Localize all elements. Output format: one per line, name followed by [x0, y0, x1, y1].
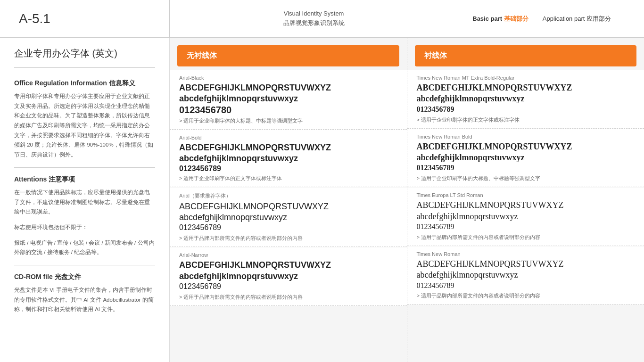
font-demo-times-europa-lower: abcdefghijklmnopqrstuvwxyz — [417, 211, 635, 222]
font-demo-times-bold-upper: ABCDEFGHIJKLMNOPQRSTUVWXYZ — [417, 141, 635, 152]
sidebar: 企业专用办公字体 (英文) Office Regulation Informat… — [0, 38, 170, 362]
font-name-times-extrabold: Times New Roman MT Extra Bold-Regular — [417, 75, 635, 81]
section3-body: 光盘文件是本 VI 手册电子文件的集合，内含手册制作时的专用软件格式文件。其中 … — [14, 285, 155, 314]
section3-heading: CD-ROM file 光盘文件 — [14, 273, 155, 281]
nav-center-bottom: 品牌视觉形象识别系统 — [283, 19, 345, 27]
section1-body: 专用印刷字体和专用办公字体主要应用于企业文献的正文及实务用品。所选定的字体用以实… — [14, 91, 155, 160]
font-name-arial-regular: Arial（要求推荐字体） — [179, 192, 397, 199]
font-demo-times-bold-lower: abcdefghijklmnopqrstuvwxyz — [417, 152, 635, 163]
font-name-times-regular: Times New Roman — [417, 251, 635, 257]
font-demo-arial-bold-nums: 0123456789 — [179, 165, 397, 173]
font-demo-times-extrabold-nums: 0123456789 — [417, 105, 635, 115]
font-demo-times-regular-upper: ABCDEFGHIJKLMNOPQRSTUVWXYZ — [417, 259, 635, 270]
font-demo-arial-black-upper: ABCDEFGHIJKLMNOPQRSTUVWXYZ — [179, 82, 397, 93]
sans-serif-column: 无衬线体 Arial-Black ABCDEFGHIJKLMNOPQRSTUVW… — [170, 38, 407, 362]
section2-body3: 报纸 / 电视广告 / 宣传 / 包装 / 会议 / 新闻发布会 / 公司内外部… — [14, 238, 155, 257]
font-desc-arial-black: 适用于企业印刷字体的大标题、中标题等强调型文字 — [179, 117, 397, 124]
section2-body2: 标志使用环境包括但不限于： — [14, 222, 155, 232]
font-demo-arial-regular-upper: ABCDEFGHIJKLMNOPQRSTUVWXYZ — [179, 201, 397, 212]
section2-heading: Attentions 注意事项 — [14, 175, 155, 184]
font-desc-times-extrabold: 适用于企业印刷字体的正文字体或标注字体 — [417, 116, 635, 123]
page-number: A-5.1 — [19, 11, 50, 26]
font-name-arial-narrow: Arial-Narrow — [179, 252, 397, 258]
font-section-arial-bold: Arial-Bold ABCDEFGHIJKLMNOPQRSTUVWXYZ ab… — [170, 130, 407, 187]
font-demo-arial-bold-lower: abcdefghijklmnopqrstuvwxyz — [179, 153, 397, 164]
font-demo-times-bold-nums: 0123456789 — [417, 163, 635, 173]
nav-application[interactable]: Application part 应用部分 — [543, 15, 611, 23]
font-demo-times-regular-lower: abcdefghijklmnopqrstuvwxyz — [417, 270, 635, 280]
font-demo-arial-black-lower: abcdefghijklmnopqrstuvwxyz — [179, 93, 397, 104]
font-section-times-bold: Times New Roman Bold ABCDEFGHIJKLMNOPQRS… — [407, 129, 644, 188]
font-section-arial-narrow: Arial-Narrow ABCDEFGHIJKLMNOPQRSTUVWXYZ … — [170, 247, 407, 306]
font-section-times-extrabold: Times New Roman MT Extra Bold-Regular AB… — [407, 70, 644, 129]
font-desc-arial-regular: 适用于品牌内部所需文件的内容或者说明部分的内容 — [179, 235, 397, 242]
font-demo-arial-bold-upper: ABCDEFGHIJKLMNOPQRSTUVWXYZ — [179, 142, 397, 153]
header-left: A-5.1 — [19, 0, 170, 37]
serif-header: 衬线体 — [415, 45, 637, 66]
section2-body1: 在一般情况下使用品牌标志，应尽量使用提供的光盘电子文件，不建议使用标准制图绘制标… — [14, 188, 155, 217]
font-demo-times-extrabold-upper: ABCDEFGHIJKLMNOPQRSTUVWXYZ — [417, 82, 635, 93]
nav-center-top: Visual Identity System — [284, 10, 344, 17]
font-demo-arial-regular-lower: abcdefghijklmnopqrstuvwxyz — [179, 212, 397, 223]
font-demo-times-europa-upper: ABCDEFGHIJKLMNOPQRSTUVWXYZ — [417, 200, 635, 211]
font-demo-times-europa-nums: 0123456789 — [417, 222, 635, 232]
sidebar-divider2 — [14, 265, 155, 265]
font-demo-arial-regular-nums: 0123456789 — [179, 223, 397, 233]
font-panels: 无衬线体 Arial-Black ABCDEFGHIJKLMNOPQRSTUVW… — [170, 38, 644, 362]
font-demo-arial-black-nums: 0123456780 — [179, 105, 397, 115]
font-section-times-europa: Times Europa LT Std Roman ABCDEFGHIJKLMN… — [407, 188, 644, 246]
font-desc-arial-narrow: 适用于品牌内部所需文件的内容或者说明部分的内容 — [179, 294, 397, 301]
nav-basic[interactable]: Basic part 基础部分 — [472, 15, 528, 23]
font-demo-arial-narrow-nums: 0123456789 — [179, 282, 397, 292]
font-demo-arial-narrow-upper: ABCDEFGHIJKLMNOPQRSTUVWXYZ — [179, 260, 397, 271]
font-name-times-bold: Times New Roman Bold — [417, 134, 635, 140]
main: 企业专用办公字体 (英文) Office Regulation Informat… — [0, 38, 644, 362]
font-section-times-regular: Times New Roman ABCDEFGHIJKLMNOPQRSTUVWX… — [407, 247, 644, 305]
font-section-arial-black: Arial-Black ABCDEFGHIJKLMNOPQRSTUVWXYZ a… — [170, 70, 407, 130]
font-demo-arial-narrow-lower: abcdefghijklmnopqrstuvwxyz — [179, 271, 397, 282]
sidebar-divider — [14, 167, 155, 168]
header: A-5.1 Visual Identity System 品牌视觉形象识别系统 … — [0, 0, 644, 38]
section1-heading: Office Regulation Information 信息释义 — [14, 79, 155, 88]
header-right: Basic part 基础部分 Application part 应用部分 — [458, 0, 625, 37]
sidebar-title: 企业专用办公字体 (英文) — [14, 47, 155, 68]
font-desc-times-europa: 适用于品牌内部所需文件的内容或者说明部分的内容 — [417, 234, 635, 241]
font-name-arial-bold: Arial-Bold — [179, 135, 397, 140]
content: 无衬线体 Arial-Black ABCDEFGHIJKLMNOPQRSTUVW… — [170, 38, 644, 362]
font-desc-times-bold: 适用于企业印刷字体的大标题、中标题等强调型文字 — [417, 175, 635, 182]
sans-header: 无衬线体 — [177, 45, 399, 66]
font-section-arial-regular: Arial（要求推荐字体） ABCDEFGHIJKLMNOPQRSTUVWXYZ… — [170, 188, 407, 247]
font-name-arial-black: Arial-Black — [179, 75, 397, 81]
font-desc-times-regular: 适用于品牌内部所需文件的内容或者说明部分的内容 — [417, 292, 635, 299]
header-center: Visual Identity System 品牌视觉形象识别系统 — [170, 0, 458, 37]
font-name-times-europa: Times Europa LT Std Roman — [417, 192, 635, 198]
font-demo-times-extrabold-lower: abcdefghijklmnopqrstuvwxyz — [417, 93, 635, 104]
serif-column: 衬线体 Times New Roman MT Extra Bold-Regula… — [407, 38, 644, 362]
font-demo-times-regular-nums: 0123456789 — [417, 281, 635, 291]
font-desc-arial-bold: 适用于企业印刷字体的正文字体或标注字体 — [179, 175, 397, 182]
